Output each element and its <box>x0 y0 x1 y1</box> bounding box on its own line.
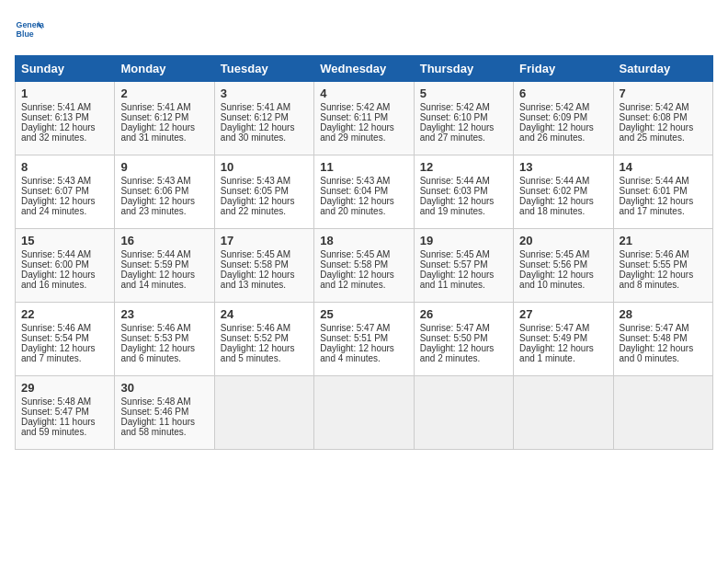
calendar-cell: 25Sunrise: 5:47 AMSunset: 5:51 PMDayligh… <box>314 303 414 376</box>
day-number: 10 <box>221 160 308 174</box>
sunrise: Sunrise: 5:46 AM <box>620 249 689 259</box>
day-number: 11 <box>320 160 407 174</box>
sunrise: Sunrise: 5:48 AM <box>120 396 190 407</box>
daylight: Daylight: 12 hours and 7 minutes. <box>21 343 96 363</box>
daylight: Daylight: 12 hours and 17 minutes. <box>620 196 694 216</box>
calendar-cell: 17Sunrise: 5:45 AMSunset: 5:58 PMDayligh… <box>214 229 313 303</box>
day-number: 23 <box>120 307 208 321</box>
sunset: Sunset: 5:58 PM <box>221 259 289 270</box>
daylight: Daylight: 12 hours and 29 minutes. <box>320 122 394 143</box>
col-saturday: Saturday <box>613 56 712 82</box>
sunrise: Sunrise: 5:44 AM <box>519 176 589 186</box>
daylight: Daylight: 11 hours and 59 minutes. <box>21 417 96 437</box>
sunset: Sunset: 6:01 PM <box>620 186 688 196</box>
sunset: Sunset: 5:46 PM <box>120 407 188 417</box>
day-number: 17 <box>221 234 308 247</box>
calendar-cell: 10Sunrise: 5:43 AMSunset: 6:05 PMDayligh… <box>214 155 313 229</box>
day-number: 21 <box>620 234 707 247</box>
calendar-week-row: 15Sunrise: 5:44 AMSunset: 6:00 PMDayligh… <box>16 229 713 303</box>
col-sunday: Sunday <box>16 56 115 82</box>
sunset: Sunset: 6:05 PM <box>221 186 289 196</box>
sunrise: Sunrise: 5:45 AM <box>420 249 490 259</box>
day-number: 1 <box>21 86 108 100</box>
sunrise: Sunrise: 5:47 AM <box>320 323 390 333</box>
sunrise: Sunrise: 5:46 AM <box>120 323 190 333</box>
sunset: Sunset: 5:51 PM <box>320 333 388 343</box>
daylight: Daylight: 12 hours and 31 minutes. <box>120 122 195 143</box>
day-number: 20 <box>519 234 607 247</box>
calendar-cell: 9Sunrise: 5:43 AMSunset: 6:06 PMDaylight… <box>115 155 214 229</box>
sunrise: Sunrise: 5:43 AM <box>221 176 290 186</box>
sunset: Sunset: 5:55 PM <box>620 259 688 270</box>
daylight: Daylight: 12 hours and 1 minute. <box>519 343 594 363</box>
calendar-cell <box>514 376 613 450</box>
sunset: Sunset: 5:59 PM <box>120 259 188 270</box>
daylight: Daylight: 12 hours and 20 minutes. <box>320 196 394 216</box>
sunset: Sunset: 5:57 PM <box>420 259 488 270</box>
calendar-cell: 15Sunrise: 5:44 AMSunset: 6:00 PMDayligh… <box>16 229 115 303</box>
sunset: Sunset: 6:07 PM <box>21 186 89 196</box>
day-number: 7 <box>620 86 707 100</box>
day-number: 29 <box>21 381 108 395</box>
sunrise: Sunrise: 5:42 AM <box>320 102 390 112</box>
sunset: Sunset: 6:10 PM <box>420 112 488 122</box>
day-number: 16 <box>120 234 208 247</box>
day-number: 26 <box>420 307 507 321</box>
calendar-table: Sunday Monday Tuesday Wednesday Thursday… <box>15 55 713 450</box>
sunset: Sunset: 6:02 PM <box>519 186 587 196</box>
calendar-cell: 19Sunrise: 5:45 AMSunset: 5:57 PMDayligh… <box>414 229 513 303</box>
calendar-cell: 27Sunrise: 5:47 AMSunset: 5:49 PMDayligh… <box>514 303 613 376</box>
calendar-week-row: 29Sunrise: 5:48 AMSunset: 5:47 PMDayligh… <box>16 376 713 450</box>
calendar-cell: 6Sunrise: 5:42 AMSunset: 6:09 PMDaylight… <box>514 82 613 155</box>
sunrise: Sunrise: 5:46 AM <box>21 323 91 333</box>
sunrise: Sunrise: 5:44 AM <box>420 176 490 186</box>
daylight: Daylight: 12 hours and 19 minutes. <box>420 196 495 216</box>
calendar-cell: 1Sunrise: 5:41 AMSunset: 6:13 PMDaylight… <box>16 82 115 155</box>
day-number: 9 <box>120 160 208 174</box>
calendar-header-row: Sunday Monday Tuesday Wednesday Thursday… <box>16 56 713 82</box>
sunrise: Sunrise: 5:43 AM <box>320 176 390 186</box>
sunrise: Sunrise: 5:45 AM <box>221 249 290 259</box>
daylight: Daylight: 12 hours and 5 minutes. <box>221 343 295 363</box>
daylight: Daylight: 12 hours and 12 minutes. <box>320 270 394 290</box>
calendar-cell: 20Sunrise: 5:45 AMSunset: 5:56 PMDayligh… <box>514 229 613 303</box>
daylight: Daylight: 12 hours and 22 minutes. <box>221 196 295 216</box>
sunrise: Sunrise: 5:47 AM <box>420 323 490 333</box>
calendar-cell: 16Sunrise: 5:44 AMSunset: 5:59 PMDayligh… <box>115 229 214 303</box>
daylight: Daylight: 12 hours and 23 minutes. <box>120 196 195 216</box>
sunset: Sunset: 6:13 PM <box>21 112 89 122</box>
sunrise: Sunrise: 5:45 AM <box>519 249 589 259</box>
daylight: Daylight: 12 hours and 18 minutes. <box>519 196 594 216</box>
calendar-cell: 22Sunrise: 5:46 AMSunset: 5:54 PMDayligh… <box>16 303 115 376</box>
day-number: 18 <box>320 234 407 247</box>
calendar-cell: 4Sunrise: 5:42 AMSunset: 6:11 PMDaylight… <box>314 82 414 155</box>
daylight: Daylight: 12 hours and 16 minutes. <box>21 270 96 290</box>
day-number: 27 <box>519 307 607 321</box>
sunrise: Sunrise: 5:44 AM <box>120 249 190 259</box>
day-number: 25 <box>320 307 407 321</box>
sunrise: Sunrise: 5:47 AM <box>519 323 589 333</box>
calendar-cell: 23Sunrise: 5:46 AMSunset: 5:53 PMDayligh… <box>115 303 214 376</box>
sunset: Sunset: 6:06 PM <box>120 186 188 196</box>
page-header: General Blue <box>15 15 713 44</box>
calendar-cell: 11Sunrise: 5:43 AMSunset: 6:04 PMDayligh… <box>314 155 414 229</box>
sunset: Sunset: 5:53 PM <box>120 333 188 343</box>
calendar-cell: 29Sunrise: 5:48 AMSunset: 5:47 PMDayligh… <box>16 376 115 450</box>
calendar-cell: 13Sunrise: 5:44 AMSunset: 6:02 PMDayligh… <box>514 155 613 229</box>
logo-icon: General Blue <box>15 15 44 44</box>
sunset: Sunset: 5:58 PM <box>320 259 388 270</box>
calendar-week-row: 1Sunrise: 5:41 AMSunset: 6:13 PMDaylight… <box>16 82 713 155</box>
daylight: Daylight: 12 hours and 13 minutes. <box>221 270 295 290</box>
day-number: 4 <box>320 86 407 100</box>
logo: General Blue <box>15 15 48 44</box>
sunrise: Sunrise: 5:47 AM <box>620 323 689 333</box>
sunset: Sunset: 6:08 PM <box>620 112 688 122</box>
day-number: 28 <box>620 307 707 321</box>
daylight: Daylight: 12 hours and 14 minutes. <box>120 270 195 290</box>
sunset: Sunset: 6:09 PM <box>519 112 587 122</box>
sunrise: Sunrise: 5:42 AM <box>420 102 490 112</box>
calendar-cell: 5Sunrise: 5:42 AMSunset: 6:10 PMDaylight… <box>414 82 513 155</box>
day-number: 13 <box>519 160 607 174</box>
calendar-cell: 30Sunrise: 5:48 AMSunset: 5:46 PMDayligh… <box>115 376 214 450</box>
sunset: Sunset: 6:11 PM <box>320 112 388 122</box>
